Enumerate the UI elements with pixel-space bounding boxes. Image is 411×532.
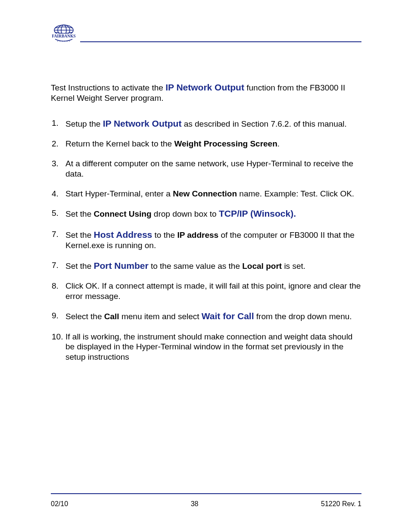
step-item: 10.If all is working, the instrument sho… — [51, 332, 361, 362]
step-text: Set the — [65, 261, 94, 271]
header-rule — [80, 41, 361, 42]
step-number: 4. — [51, 189, 65, 199]
step-body: Setup the IP Network Output as described… — [65, 118, 361, 129]
step-item: 5.Set the Connect Using drop down box to… — [51, 208, 361, 219]
step-text: Set the — [65, 209, 94, 218]
step-text: Select the — [65, 312, 104, 321]
step-number: 8. — [51, 281, 65, 291]
steps-list: 1.Setup the IP Network Output as describ… — [51, 118, 361, 362]
step-item: 3.At a different computer on the same ne… — [51, 159, 361, 179]
brand-name: FAIRBANKS — [52, 34, 75, 38]
step-emphasis-bold: IP address — [177, 230, 218, 240]
step-text: At a different computer on the same netw… — [65, 159, 353, 178]
step-body: Click OK. If a connect attempt is made, … — [65, 281, 361, 302]
step-body: If all is working, the instrument should… — [65, 332, 361, 362]
step-number: 10. — [51, 332, 65, 342]
step-emphasis-bold: Call — [104, 312, 119, 321]
step-item: 7.Set the Host Address to the IP address… — [51, 229, 361, 251]
step-text: If all is working, the instrument should… — [65, 332, 352, 362]
step-item: 8.Click OK. If a connect attempt is made… — [51, 281, 361, 302]
step-text: Click OK. If a connect attempt is made, … — [65, 281, 361, 301]
footer-rule — [51, 493, 361, 494]
svg-text:S C A L E S: S C A L E S — [57, 40, 70, 42]
step-item: 9.Select the Call menu item and select W… — [51, 311, 361, 322]
intro-emphasis: IP Network Output — [165, 82, 244, 92]
page-footer: 02/10 38 51220 Rev. 1 — [51, 493, 361, 508]
footer-date: 02/10 — [51, 500, 68, 508]
step-body: Select the Call menu item and select Wai… — [65, 311, 361, 322]
step-number: 7. — [51, 229, 65, 240]
step-body: Return the Kernel back to the Weight Pro… — [65, 139, 361, 149]
step-emphasis-bold: Local port — [242, 261, 282, 271]
step-text: to the same value as the — [149, 261, 243, 271]
step-text: Return the Kernel back to the — [65, 139, 174, 148]
intro-paragraph: Test Instructions to activate the IP Net… — [51, 82, 361, 103]
footer-page-number: 38 — [191, 500, 199, 508]
step-emphasis-blue: Host Address — [94, 230, 153, 240]
step-text: menu item and select — [119, 312, 202, 321]
step-emphasis-blue: Wait for Call — [202, 311, 254, 321]
brand-logo: FAIRBANKS S C A L E S — [51, 24, 77, 43]
step-item: 4.Start Hyper-Terminal, enter a New Conn… — [51, 189, 361, 199]
step-text: to the — [152, 230, 177, 240]
step-number: 1. — [51, 118, 65, 128]
step-number: 3. — [51, 159, 65, 169]
step-text: as described in Section 7.6.2. of this m… — [181, 119, 346, 128]
step-text: Set the — [65, 230, 94, 240]
step-emphasis-bold: New Connection — [173, 189, 237, 198]
step-emphasis-bold: Connect Using — [94, 209, 152, 218]
page: FAIRBANKS S C A L E S Test Instructions … — [0, 0, 411, 532]
step-text: drop down box to — [152, 209, 219, 218]
step-number: 9. — [51, 311, 65, 321]
step-text: Setup the — [65, 119, 103, 128]
step-item: 2.Return the Kernel back to the Weight P… — [51, 139, 361, 149]
step-body: Start Hyper-Terminal, enter a New Connec… — [65, 189, 361, 199]
step-body: At a different computer on the same netw… — [65, 159, 361, 179]
step-emphasis-blue: Port Number — [94, 261, 149, 271]
step-number: 5. — [51, 208, 65, 218]
step-number: 2. — [51, 139, 65, 149]
step-text: . — [277, 139, 280, 148]
step-body: Set the Connect Using drop down box to T… — [65, 208, 361, 219]
step-item: 1.Setup the IP Network Output as describ… — [51, 118, 361, 129]
step-emphasis-bold: Weight Processing Screen — [174, 139, 277, 148]
intro-pre: Test Instructions to activate the — [51, 83, 165, 92]
globe-logo-icon: FAIRBANKS S C A L E S — [52, 24, 76, 43]
page-content: Test Instructions to activate the IP Net… — [51, 47, 361, 362]
step-body: Set the Host Address to the IP address o… — [65, 229, 361, 251]
step-text: from the drop down menu. — [254, 312, 352, 321]
step-text: Start Hyper-Terminal, enter a — [65, 189, 173, 198]
footer-doc-rev: 51220 Rev. 1 — [321, 500, 361, 508]
step-text: name. Example: Test. Click OK. — [237, 189, 354, 198]
page-header: FAIRBANKS S C A L E S — [51, 22, 361, 43]
step-emphasis-blue: TCP/IP (Winsock). — [219, 208, 296, 218]
step-text: is set. — [282, 261, 305, 271]
step-emphasis-blue: IP Network Output — [103, 118, 182, 128]
step-number: 7. — [51, 260, 65, 271]
step-item: 7.Set the Port Number to the same value … — [51, 260, 361, 271]
step-body: Set the Port Number to the same value as… — [65, 260, 361, 271]
